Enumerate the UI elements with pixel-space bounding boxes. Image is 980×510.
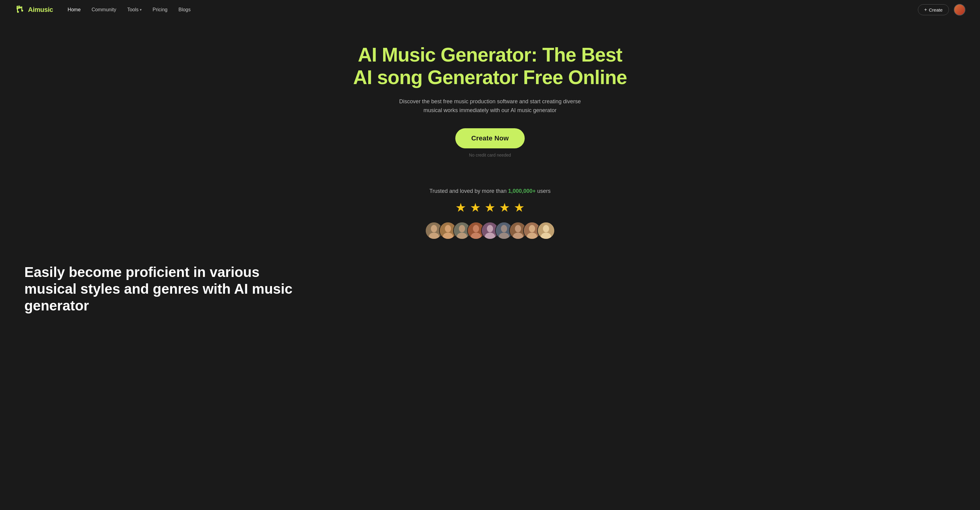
logo-text: Aimusic (28, 6, 53, 14)
nav-community[interactable]: Community (92, 7, 116, 13)
music-note-icon (14, 4, 25, 15)
star-4: ★ (499, 201, 510, 215)
stars-row: ★ ★ ★ ★ ★ (455, 201, 525, 215)
bottom-section: Easily become proficient in various musi… (0, 245, 980, 327)
nav-links: Home Community Tools ▾ Pricing Blogs (68, 7, 918, 13)
svg-point-14 (487, 225, 493, 232)
star-5: ★ (514, 201, 525, 215)
svg-point-17 (501, 225, 507, 232)
star-1: ★ (455, 201, 466, 215)
nav-home[interactable]: Home (68, 7, 81, 13)
tools-chevron-icon: ▾ (140, 8, 142, 12)
avatar-face-9 (538, 222, 554, 239)
nav-blogs[interactable]: Blogs (178, 7, 191, 13)
star-2: ★ (470, 201, 481, 215)
svg-point-2 (431, 225, 437, 232)
svg-point-5 (445, 225, 451, 232)
navbar: Aimusic Home Community Tools ▾ Pricing B… (0, 0, 980, 19)
trust-section: Trusted and loved by more than 1,000,000… (0, 176, 980, 245)
svg-rect-0 (14, 4, 25, 15)
logo-link[interactable]: Aimusic (14, 4, 53, 15)
svg-point-23 (529, 225, 535, 232)
svg-point-11 (473, 225, 479, 232)
hero-subtitle: Discover the best free music production … (390, 97, 590, 115)
svg-point-20 (515, 225, 521, 232)
nav-pricing[interactable]: Pricing (153, 7, 167, 13)
star-3: ★ (485, 201, 495, 215)
create-button[interactable]: + Create (918, 4, 949, 15)
trust-text: Trusted and loved by more than 1,000,000… (430, 188, 550, 194)
create-now-button[interactable]: Create Now (455, 128, 524, 148)
bottom-title: Easily become proficient in various musi… (24, 264, 298, 314)
svg-point-8 (459, 225, 465, 232)
user-avatar-button[interactable] (954, 4, 966, 16)
trust-count: 1,000,000+ (508, 188, 536, 194)
nav-right: + Create (918, 4, 966, 16)
hero-section: AI Music Generator: The Best AI song Gen… (0, 19, 980, 176)
svg-point-26 (543, 225, 549, 232)
plus-icon: + (924, 7, 927, 13)
list-item (537, 222, 555, 239)
nav-tools[interactable]: Tools ▾ (127, 7, 142, 13)
avatar-image (955, 5, 965, 15)
hero-title: AI Music Generator: The Best AI song Gen… (353, 44, 627, 89)
user-avatars-row (425, 222, 555, 239)
no-card-text: No credit card needed (469, 153, 511, 158)
